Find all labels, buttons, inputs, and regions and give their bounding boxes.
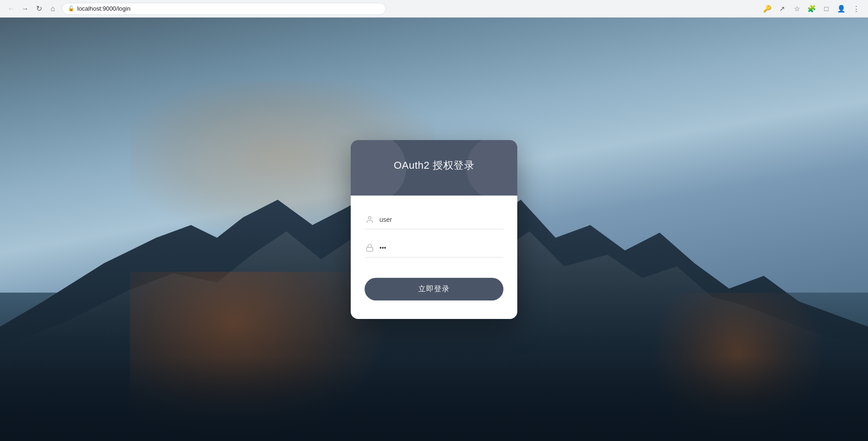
home-button[interactable]: ⌂: [47, 3, 58, 14]
window-button[interactable]: □: [820, 2, 833, 15]
extension-button[interactable]: 🧩: [805, 2, 818, 15]
browser-chrome: ← → ↻ ⌂ 🔓 localhost:9000/login 🔑 ↗ ☆ 🧩 □…: [0, 0, 868, 18]
profile-button[interactable]: 👤: [835, 2, 848, 15]
menu-button[interactable]: ⋮: [849, 2, 862, 15]
username-input[interactable]: [379, 214, 503, 225]
bookmark-button[interactable]: ☆: [790, 2, 803, 15]
password-field: [365, 242, 503, 257]
username-field: [365, 214, 503, 229]
login-card: OAuth2 授权登录: [351, 140, 517, 319]
key-button[interactable]: 🔑: [761, 2, 774, 15]
browser-nav-buttons: ← → ↻ ⌂: [6, 3, 58, 14]
card-body: 立即登录: [351, 196, 517, 319]
card-header: OAuth2 授权登录: [351, 140, 517, 196]
svg-point-0: [368, 216, 371, 219]
password-input[interactable]: [379, 242, 503, 253]
back-button[interactable]: ←: [6, 3, 17, 14]
login-button[interactable]: 立即登录: [365, 278, 503, 300]
card-title: OAuth2 授权登录: [394, 159, 474, 172]
address-lock-icon: 🔓: [68, 6, 74, 12]
address-url: localhost:9000/login: [77, 5, 130, 12]
svg-rect-1: [366, 247, 373, 251]
forward-button[interactable]: →: [19, 3, 31, 14]
user-icon: [365, 215, 375, 224]
main-content: OAuth2 授权登录: [0, 18, 868, 441]
browser-actions: 🔑 ↗ ☆ 🧩 □ 👤 ⋮: [761, 2, 862, 15]
share-button[interactable]: ↗: [775, 2, 788, 15]
lock-icon: [365, 244, 375, 252]
address-bar[interactable]: 🔓 localhost:9000/login: [62, 3, 386, 15]
reload-button[interactable]: ↻: [33, 3, 44, 14]
